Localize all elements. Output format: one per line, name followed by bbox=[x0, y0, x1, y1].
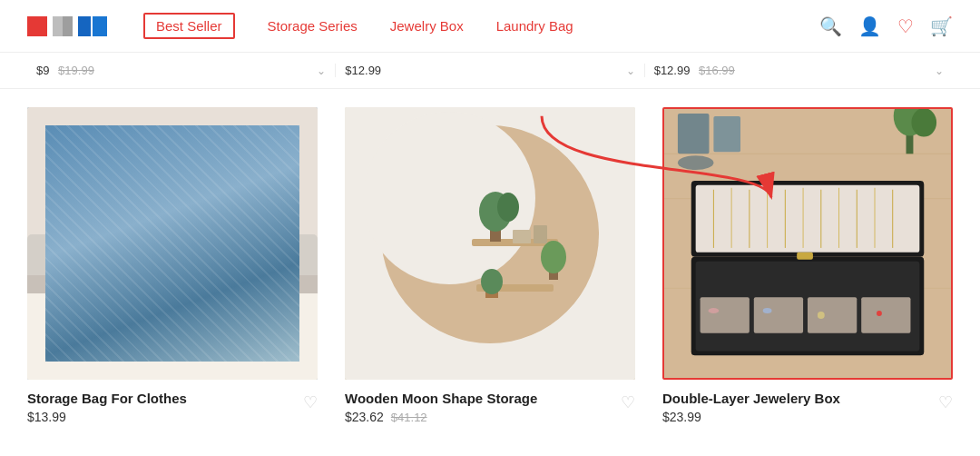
svg-rect-10 bbox=[59, 184, 186, 275]
chevron-2[interactable]: ⌄ bbox=[626, 64, 635, 77]
svg-rect-16 bbox=[200, 162, 290, 234]
svg-rect-58 bbox=[754, 297, 803, 332]
svg-point-64 bbox=[877, 311, 882, 316]
product-card-jewelry-box: Double-Layer Jewelery Box $23.99 ♡ bbox=[662, 107, 953, 431]
product-prices-storage-bag: $13.99 bbox=[27, 410, 66, 424]
svg-point-24 bbox=[149, 283, 160, 294]
svg-rect-44 bbox=[534, 225, 547, 243]
logo-red-icon bbox=[27, 16, 47, 36]
svg-point-63 bbox=[818, 312, 825, 319]
product-img-art-bags bbox=[27, 107, 318, 380]
svg-rect-1 bbox=[53, 16, 63, 36]
product-info-jewelry-box: Double-Layer Jewelery Box $23.99 ♡ bbox=[662, 380, 953, 431]
price-col-3: $12.99 $16.99 ⌄ bbox=[644, 64, 953, 77]
nav-laundry-bag[interactable]: Laundry Bag bbox=[496, 18, 573, 34]
svg-point-11 bbox=[77, 203, 86, 212]
product-details-wooden-moon: Wooden Moon Shape Storage $23.62 $41.12 bbox=[345, 391, 537, 424]
svg-point-61 bbox=[708, 308, 719, 313]
svg-rect-0 bbox=[27, 16, 47, 36]
svg-rect-9 bbox=[54, 180, 191, 280]
product-price-jewelry-box: $23.99 bbox=[662, 410, 701, 424]
svg-rect-3 bbox=[78, 16, 91, 36]
nav-jewelry-box[interactable]: Jewelry Box bbox=[390, 18, 464, 34]
svg-point-15 bbox=[141, 198, 150, 207]
product-image-wooden-moon[interactable] bbox=[345, 107, 635, 380]
svg-point-51 bbox=[678, 155, 713, 170]
price-text-3: $12.99 $16.99 bbox=[654, 64, 735, 77]
product-img-art-jewelry bbox=[664, 109, 951, 378]
product-grid-wrapper: Storage Bag For Clothes $13.99 ♡ bbox=[0, 89, 980, 450]
product-img-art-moon bbox=[345, 107, 635, 380]
logo-gray-icon bbox=[53, 16, 73, 36]
product-prices-wooden-moon: $23.62 $41.12 bbox=[345, 410, 427, 424]
svg-rect-2 bbox=[63, 16, 73, 36]
price-summary-row: $9 $19.99 ⌄ $12.99 ⌄ $12.99 $16.99 ⌄ bbox=[0, 53, 980, 89]
product-card-storage-bag: Storage Bag For Clothes $13.99 ♡ bbox=[27, 107, 318, 431]
user-icon[interactable]: 👤 bbox=[858, 15, 881, 37]
price-col-1: $9 $19.99 ⌄ bbox=[27, 64, 335, 77]
product-details-jewelry-box: Double-Layer Jewelery Box $23.99 bbox=[662, 391, 840, 424]
svg-rect-6 bbox=[27, 271, 318, 380]
svg-rect-50 bbox=[713, 116, 740, 152]
svg-point-19 bbox=[231, 175, 240, 184]
svg-point-25 bbox=[186, 275, 195, 284]
logo bbox=[27, 16, 107, 36]
heart-icon[interactable]: ♡ bbox=[897, 15, 914, 37]
svg-rect-78 bbox=[797, 253, 813, 260]
product-info-wooden-moon: Wooden Moon Shape Storage $23.62 $41.12 … bbox=[345, 380, 635, 431]
search-icon[interactable]: 🔍 bbox=[819, 15, 842, 37]
svg-point-18 bbox=[214, 185, 221, 193]
svg-point-14 bbox=[74, 222, 81, 229]
chevron-1[interactable]: ⌄ bbox=[317, 64, 326, 77]
svg-rect-59 bbox=[808, 297, 857, 332]
nav-storage-series[interactable]: Storage Series bbox=[268, 18, 358, 34]
nav-links: Best Seller Storage Series Jewelry Box L… bbox=[143, 13, 819, 39]
chevron-3[interactable]: ⌄ bbox=[935, 64, 944, 77]
svg-point-23 bbox=[123, 272, 131, 279]
price-col-2: $12.99 ⌄ bbox=[335, 64, 643, 77]
product-price-wooden-moon: $23.62 bbox=[345, 410, 384, 424]
svg-rect-57 bbox=[701, 297, 750, 332]
product-title-jewelry-box: Double-Layer Jewelery Box bbox=[662, 391, 840, 406]
svg-rect-49 bbox=[678, 114, 710, 154]
price-text-1: $9 $19.99 bbox=[36, 64, 94, 77]
product-image-jewelry-box[interactable] bbox=[662, 107, 953, 380]
svg-point-20 bbox=[255, 190, 262, 197]
nav-icons: 🔍 👤 ♡ 🛒 bbox=[819, 15, 953, 37]
svg-rect-7 bbox=[27, 234, 318, 280]
product-bottom-jewelry-box: $23.99 bbox=[662, 406, 840, 424]
product-bottom-wooden-moon: $23.62 $41.12 bbox=[345, 406, 537, 424]
cart-icon[interactable]: 🛒 bbox=[930, 15, 953, 37]
nav-best-seller[interactable]: Best Seller bbox=[143, 13, 235, 39]
svg-point-38 bbox=[497, 193, 519, 222]
svg-point-22 bbox=[95, 280, 104, 289]
product-prices-jewelry-box: $23.99 bbox=[662, 410, 701, 424]
product-price-original-wooden-moon: $41.12 bbox=[391, 411, 427, 424]
logo-blue-icon bbox=[78, 16, 107, 36]
svg-rect-21 bbox=[73, 262, 254, 325]
svg-rect-26 bbox=[172, 225, 281, 280]
price-text-2: $12.99 bbox=[345, 64, 381, 77]
svg-point-12 bbox=[96, 194, 103, 202]
wishlist-button-wooden-moon[interactable]: ♡ bbox=[621, 392, 635, 412]
wishlist-button-jewelry-box[interactable]: ♡ bbox=[938, 392, 953, 412]
svg-point-40 bbox=[541, 241, 566, 273]
svg-point-13 bbox=[113, 206, 123, 217]
product-details-storage-bag: Storage Bag For Clothes $13.99 bbox=[27, 391, 187, 424]
product-grid: Storage Bag For Clothes $13.99 ♡ bbox=[0, 89, 980, 450]
wishlist-button-storage-bag[interactable]: ♡ bbox=[303, 392, 318, 412]
product-image-storage-bag[interactable] bbox=[27, 107, 318, 380]
svg-rect-4 bbox=[93, 16, 107, 36]
svg-rect-66 bbox=[696, 185, 920, 253]
svg-rect-8 bbox=[27, 275, 318, 293]
product-price-storage-bag: $13.99 bbox=[27, 410, 66, 424]
svg-rect-17 bbox=[204, 166, 286, 230]
product-card-wooden-moon: Wooden Moon Shape Storage $23.62 $41.12 … bbox=[345, 107, 635, 431]
product-title-storage-bag: Storage Bag For Clothes bbox=[27, 391, 187, 406]
svg-point-42 bbox=[481, 269, 503, 294]
svg-point-62 bbox=[763, 308, 772, 313]
svg-rect-43 bbox=[513, 230, 531, 243]
svg-point-54 bbox=[911, 109, 936, 137]
product-title-wooden-moon: Wooden Moon Shape Storage bbox=[345, 391, 537, 406]
navbar: Best Seller Storage Series Jewelry Box L… bbox=[0, 0, 980, 53]
